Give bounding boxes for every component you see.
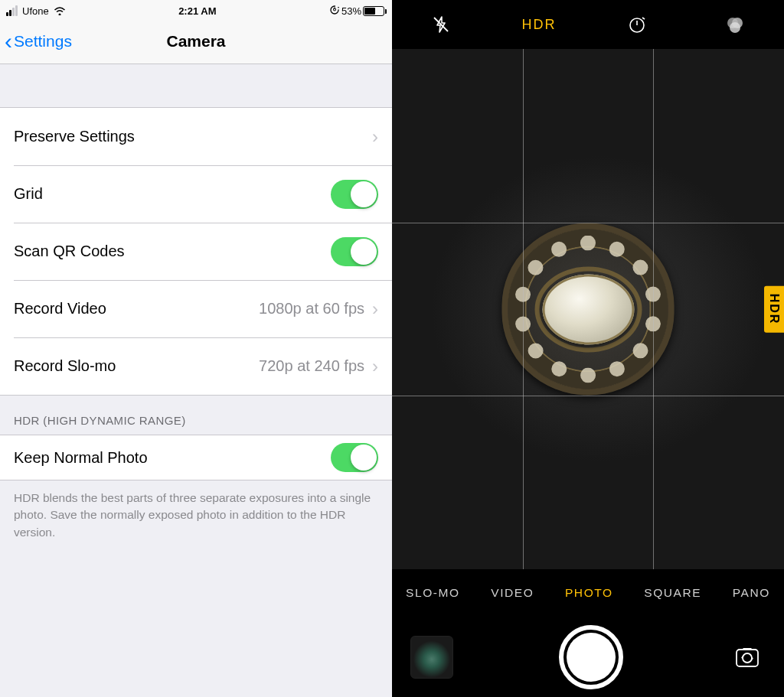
svg-rect-7 [737, 650, 758, 666]
rotation-lock-icon [329, 5, 340, 18]
row-label: Record Slo-mo [14, 357, 259, 375]
row-scan-qr: Scan QR Codes [0, 223, 392, 280]
chevron-right-icon: › [372, 356, 378, 377]
row-label: Scan QR Codes [14, 243, 331, 260]
flash-button[interactable] [418, 15, 464, 34]
cellular-signal-icon [6, 5, 18, 16]
row-detail: 1080p at 60 fps [259, 300, 364, 318]
mode-photo[interactable]: PHOTO [565, 586, 613, 600]
settings-group-hdr: Keep Normal Photo [0, 435, 392, 480]
toggle-grid[interactable] [331, 180, 378, 209]
flip-camera-icon [732, 642, 763, 673]
nav-bar: ‹ Settings Camera [0, 18, 392, 64]
camera-mode-strip[interactable]: SLO-MO VIDEO PHOTO SQUARE PANO [392, 569, 784, 617]
camera-bottom-bar [392, 617, 784, 697]
toggle-keep-normal[interactable] [331, 443, 378, 472]
camera-viewfinder[interactable]: HDR [392, 49, 784, 569]
row-detail: 720p at 240 fps [259, 357, 364, 375]
carrier-label: Ufone [22, 5, 49, 17]
flip-camera-button[interactable] [729, 639, 766, 676]
mode-pano[interactable]: PANO [733, 586, 770, 600]
hdr-badge: HDR [764, 286, 784, 333]
shutter-inner-icon [567, 633, 616, 682]
wifi-icon [54, 6, 66, 15]
camera-top-bar: HDR [392, 0, 784, 49]
svg-point-6 [730, 22, 740, 33]
last-photo-thumbnail[interactable] [410, 636, 453, 679]
row-grid: Grid [0, 165, 392, 223]
chevron-right-icon: › [372, 298, 378, 320]
page-title: Camera [0, 32, 392, 50]
grid-line [392, 396, 784, 396]
row-keep-normal-photo: Keep Normal Photo [0, 435, 392, 480]
settings-group-1: Preserve Settings › Grid Scan QR Codes R… [0, 107, 392, 396]
flash-off-icon [431, 15, 451, 34]
section-footer-hdr: HDR blends the best parts of three separ… [0, 480, 392, 550]
section-header-hdr: HDR (HIGH DYNAMIC RANGE) [0, 396, 392, 435]
subject-ring [502, 223, 675, 396]
timer-icon [627, 15, 647, 34]
grid-line [523, 49, 524, 569]
chevron-right-icon: › [372, 126, 378, 148]
grid-line [392, 223, 784, 223]
settings-pane: Ufone 2:21 AM 53% ‹ Settings Ca [0, 0, 392, 697]
row-label: Grid [14, 185, 331, 203]
row-label: Record Video [14, 300, 259, 318]
mode-square[interactable]: SQUARE [644, 586, 701, 600]
status-bar: Ufone 2:21 AM 53% [0, 0, 392, 18]
toggle-scan-qr[interactable] [331, 237, 378, 266]
row-label: Preserve Settings [14, 128, 372, 145]
hdr-top-label: HDR [522, 17, 557, 33]
timer-button[interactable] [614, 15, 660, 34]
svg-rect-1 [334, 8, 336, 11]
row-record-slomo[interactable]: Record Slo-mo 720p at 240 fps › [0, 337, 392, 395]
status-time: 2:21 AM [178, 5, 216, 17]
shutter-button[interactable] [559, 625, 623, 689]
mode-slomo[interactable]: SLO-MO [406, 586, 460, 600]
filters-button[interactable] [712, 14, 758, 35]
camera-pane: HDR HDR SLO-MO [392, 0, 784, 697]
battery-icon [363, 6, 384, 16]
row-preserve-settings[interactable]: Preserve Settings › [0, 108, 392, 165]
row-record-video[interactable]: Record Video 1080p at 60 fps › [0, 280, 392, 337]
battery-percent: 53% [341, 5, 361, 17]
grid-line [653, 49, 654, 569]
mode-video[interactable]: VIDEO [491, 586, 534, 600]
hdr-button[interactable]: HDR [516, 17, 562, 33]
row-label: Keep Normal Photo [14, 449, 331, 467]
filters-icon [724, 14, 746, 35]
